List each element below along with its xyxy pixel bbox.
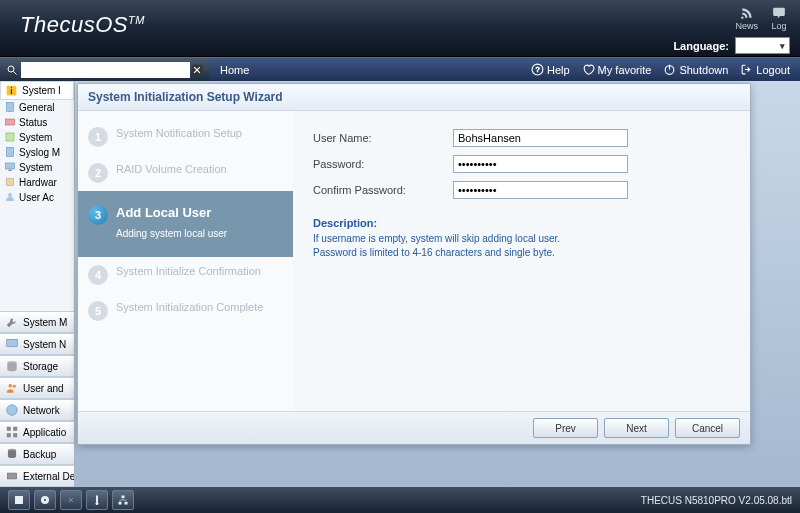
svg-rect-34	[119, 502, 122, 505]
power-icon	[663, 63, 676, 76]
search-input[interactable]	[21, 62, 190, 78]
box-icon	[13, 494, 25, 506]
app-footer: THECUS N5810PRO V2.05.08.btl	[0, 487, 800, 513]
sidebar-cat-backup[interactable]: Backup	[0, 443, 74, 465]
description-text: If username is empty, system will skip a…	[313, 232, 730, 260]
language-select[interactable]: English	[735, 37, 790, 54]
help-icon: ?	[531, 63, 544, 76]
footer-btn-1[interactable]	[8, 490, 30, 510]
sidebar-cat-system-n[interactable]: System N	[0, 333, 74, 355]
svg-point-19	[9, 384, 13, 388]
confirm-password-input[interactable]	[453, 181, 628, 199]
sidebar-cat-external[interactable]: External Devices	[0, 465, 74, 487]
svg-point-30	[44, 499, 46, 501]
svg-rect-15	[7, 179, 14, 186]
temp-icon	[91, 494, 103, 506]
svg-rect-9	[7, 103, 14, 112]
username-label: User Name:	[313, 132, 453, 144]
svg-rect-28	[15, 496, 23, 504]
footer-btn-5[interactable]	[112, 490, 134, 510]
svg-rect-22	[7, 427, 11, 431]
wizard-step-5[interactable]: 5System Initialization Complete	[78, 293, 293, 329]
wrench-icon	[5, 315, 19, 329]
favorite-button[interactable]: My favorite	[582, 63, 652, 76]
cancel-button[interactable]: Cancel	[675, 418, 740, 438]
svg-line-1	[14, 71, 17, 74]
sidebar-cat-network[interactable]: Network	[0, 399, 74, 421]
disc-icon	[39, 494, 51, 506]
net-icon	[117, 494, 129, 506]
confirm-password-label: Confirm Password:	[313, 184, 453, 196]
language-label: Language:	[673, 40, 729, 52]
svg-rect-25	[13, 433, 17, 437]
network-icon	[5, 403, 19, 417]
username-input[interactable]	[453, 129, 628, 147]
svg-rect-14	[9, 170, 12, 172]
breadcrumb-home[interactable]: Home	[220, 64, 249, 76]
sidebar-item-hardware[interactable]: Hardwar	[2, 175, 74, 189]
net-icon	[5, 337, 19, 351]
chip-icon	[4, 176, 16, 188]
sidebar-item-general[interactable]: General	[2, 100, 74, 114]
footer-btn-4[interactable]	[86, 490, 108, 510]
svg-rect-11	[6, 133, 14, 141]
help-button[interactable]: ? Help	[531, 63, 570, 76]
svg-text:?: ?	[535, 65, 539, 74]
status-icon	[4, 116, 16, 128]
svg-rect-31	[96, 496, 98, 503]
next-button[interactable]: Next	[604, 418, 669, 438]
svg-rect-33	[122, 496, 125, 499]
search-icon	[6, 64, 18, 76]
doc-icon	[4, 101, 16, 113]
footer-status: THECUS N5810PRO V2.05.08.btl	[641, 495, 792, 506]
setup-wizard-dialog: System Initialization Setup Wizard 1Syst…	[77, 83, 751, 445]
svg-rect-27	[7, 473, 16, 479]
prev-button[interactable]: Prev	[533, 418, 598, 438]
sidebar-item-syslog[interactable]: Syslog M	[2, 145, 74, 159]
apps-icon	[5, 425, 19, 439]
news-button[interactable]: News	[735, 6, 758, 31]
wizard-step-1[interactable]: 1System Notification Setup	[78, 119, 293, 155]
sidebar-item-user-access[interactable]: User Ac	[2, 190, 74, 204]
sidebar-cat-storage[interactable]: Storage	[0, 355, 74, 377]
logo-tm: TM	[128, 14, 145, 26]
logout-button[interactable]: Logout	[740, 63, 790, 76]
backup-icon	[5, 447, 19, 461]
wizard-step-3[interactable]: 3Add Local UserAdding system local user	[78, 191, 293, 257]
app-header: ThecusOSTM News Log Language: English	[0, 0, 800, 57]
log-button[interactable]: Log	[770, 6, 788, 31]
sidebar-item-status[interactable]: Status	[2, 115, 74, 129]
clear-icon[interactable]	[190, 63, 204, 77]
svg-rect-10	[6, 119, 15, 125]
chat-icon	[770, 6, 788, 20]
sidebar: i System I General Status System Syslog …	[0, 81, 75, 487]
svg-point-21	[7, 405, 18, 416]
footer-btn-2[interactable]	[34, 490, 56, 510]
password-label: Password:	[313, 158, 453, 170]
sidebar-item-system-2[interactable]: System	[2, 160, 74, 174]
ext-icon	[5, 469, 19, 483]
svg-rect-13	[6, 163, 15, 169]
log-icon	[4, 146, 16, 158]
footer-btn-3[interactable]	[60, 490, 82, 510]
wizard-step-4[interactable]: 4System Initialize Confirmation	[78, 257, 293, 293]
svg-point-0	[8, 66, 14, 72]
shutdown-button[interactable]: Shutdown	[663, 63, 728, 76]
svg-point-32	[96, 502, 99, 505]
sidebar-item-system-1[interactable]: System	[2, 130, 74, 144]
fan-icon	[65, 494, 77, 506]
wizard-step-2[interactable]: 2RAID Volume Creation	[78, 155, 293, 191]
sidebar-cat-user[interactable]: User and	[0, 377, 74, 399]
sidebar-header[interactable]: i System I	[0, 81, 74, 100]
logo-text: ThecusOS	[20, 12, 128, 37]
main-content: System Initialization Setup Wizard 1Syst…	[75, 81, 800, 487]
password-input[interactable]	[453, 155, 628, 173]
wizard-content-panel: User Name: Password: Confirm Password: D…	[293, 111, 750, 411]
sidebar-cat-application[interactable]: Applicatio	[0, 421, 74, 443]
svg-rect-17	[7, 339, 18, 346]
wizard-steps-panel: 1System Notification Setup 2RAID Volume …	[78, 111, 293, 411]
sidebar-cat-system-m[interactable]: System M	[0, 311, 74, 333]
svg-point-20	[13, 385, 16, 388]
svg-point-16	[8, 193, 12, 197]
rss-icon	[738, 6, 756, 20]
